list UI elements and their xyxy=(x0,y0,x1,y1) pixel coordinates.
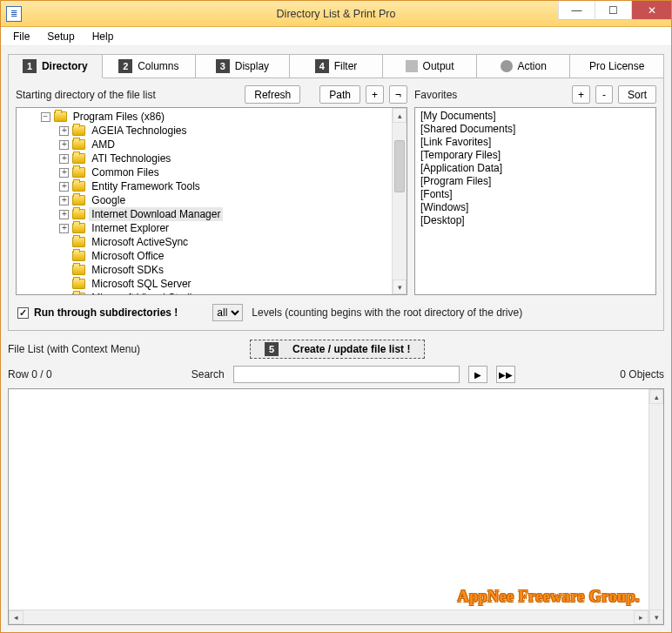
tree-node[interactable]: +Google xyxy=(22,193,392,207)
search-fast-button[interactable]: ▶▶ xyxy=(496,366,515,383)
filelist-heading: File List (with Context Menu) xyxy=(8,343,140,355)
scroll-up-icon[interactable]: ▴ xyxy=(393,108,407,123)
expand-icon[interactable]: + xyxy=(59,168,69,178)
favorite-item[interactable]: [My Documents] xyxy=(420,110,650,123)
expand-icon[interactable]: + xyxy=(59,126,69,136)
tree-node[interactable]: +ATI Technologies xyxy=(22,152,392,165)
tab-label: Filter xyxy=(334,60,358,72)
expand-icon[interactable]: + xyxy=(59,210,69,219)
favorite-item[interactable]: [Fonts] xyxy=(420,188,650,201)
expand-icon[interactable]: + xyxy=(59,196,69,205)
fav-remove-button[interactable]: - xyxy=(595,85,613,104)
menu-file[interactable]: File xyxy=(4,29,38,44)
folder-icon xyxy=(72,167,85,178)
tab-label: Action xyxy=(518,60,547,72)
tab-number-icon: 3 xyxy=(216,59,230,73)
watermark: AppNee Freeware Group. xyxy=(458,588,640,606)
tree-scrollbar[interactable]: ▴ ▾ xyxy=(392,108,407,294)
path-neg-button[interactable]: ¬ xyxy=(389,85,407,104)
run-subdirs-checkbox[interactable]: ✓ Run through subdirectories ! xyxy=(17,306,178,319)
scroll-left-icon[interactable]: ◂ xyxy=(9,610,24,624)
tab-output[interactable]: Output xyxy=(383,54,477,78)
fav-sort-button[interactable]: Sort xyxy=(618,85,656,104)
folder-icon xyxy=(72,251,85,261)
path-add-button[interactable]: + xyxy=(366,85,384,104)
tab-number-icon: 2 xyxy=(118,59,132,73)
menu-setup[interactable]: Setup xyxy=(38,29,83,44)
maximize-button[interactable]: ☐ xyxy=(595,1,631,20)
levels-select[interactable]: all xyxy=(212,304,243,321)
tree-node[interactable]: +Entity Framework Tools xyxy=(22,179,392,193)
tree-node-label: Internet Explorer xyxy=(89,221,171,235)
menu-help[interactable]: Help xyxy=(84,29,123,44)
favorite-item[interactable]: [Application Data] xyxy=(420,162,650,175)
expand-icon[interactable]: + xyxy=(59,140,69,150)
tree-node[interactable]: Microsoft ActiveSync xyxy=(22,235,392,249)
close-button[interactable]: ✕ xyxy=(631,1,671,20)
folder-icon xyxy=(72,209,85,219)
scroll-down-icon[interactable]: ▾ xyxy=(393,279,407,294)
favorite-item[interactable]: [Windows] xyxy=(420,201,650,214)
titlebar: ≣ Directory List & Print Pro — ☐ ✕ xyxy=(1,1,671,27)
scroll-thumb[interactable] xyxy=(394,140,405,192)
favorites-list[interactable]: [My Documents][Shared Documents][Link Fa… xyxy=(414,107,656,295)
fav-add-button[interactable]: + xyxy=(572,85,590,104)
tree-node-label: Microsoft ActiveSync xyxy=(89,235,191,249)
refresh-button[interactable]: Refresh xyxy=(245,85,300,104)
hscrollbar[interactable]: ◂ ▸ xyxy=(9,609,648,624)
tree-node[interactable]: Microsoft Visual Studio xyxy=(22,291,392,294)
folder-icon xyxy=(72,153,85,164)
tab-display[interactable]: 3 Display xyxy=(196,54,290,78)
tab-pro-license[interactable]: Pro License xyxy=(570,54,664,78)
tree-node-label: Common Files xyxy=(89,165,161,179)
folder-icon xyxy=(72,279,85,289)
scroll-down-icon[interactable]: ▾ xyxy=(649,609,663,624)
favorite-item[interactable]: [Program Files] xyxy=(420,175,650,188)
step-number-icon: 5 xyxy=(265,342,279,356)
favorite-item[interactable]: [Shared Documents] xyxy=(420,123,650,136)
row-counter: Row 0 / 0 xyxy=(8,368,52,380)
tab-number-icon: 1 xyxy=(23,59,37,73)
start-dir-label: Starting directory of the file list xyxy=(16,89,156,101)
expand-icon[interactable]: + xyxy=(59,154,69,164)
vscrollbar[interactable]: ▴ ▾ xyxy=(648,389,663,624)
search-input[interactable] xyxy=(233,366,460,383)
tab-label: Pro License xyxy=(589,60,644,72)
tab-filter[interactable]: 4 Filter xyxy=(290,54,384,78)
tab-action[interactable]: Action xyxy=(477,54,571,78)
scroll-right-icon[interactable]: ▸ xyxy=(634,610,648,624)
tree-node-label: Microsoft SQL Server xyxy=(89,277,193,291)
check-icon: ✓ xyxy=(17,307,29,319)
expand-icon[interactable]: + xyxy=(59,182,69,192)
tab-columns[interactable]: 2 Columns xyxy=(103,54,197,78)
expand-icon[interactable]: + xyxy=(59,224,69,233)
tree-node[interactable]: +Common Files xyxy=(22,165,392,179)
tree-root[interactable]: −Program Files (x86) xyxy=(22,110,392,124)
create-filelist-button[interactable]: 5 Create / update file list ! xyxy=(250,340,425,359)
tree-node[interactable]: Microsoft SQL Server xyxy=(22,277,392,291)
path-button[interactable]: Path xyxy=(319,85,360,104)
levels-hint: Levels (counting begins with the root di… xyxy=(252,306,522,319)
file-list-area[interactable]: AppNee Freeware Group. ◂ ▸ ▴ ▾ xyxy=(8,388,664,625)
tree-node[interactable]: +Internet Download Manager xyxy=(22,207,392,221)
tree-node[interactable]: +AGEIA Technologies xyxy=(22,124,392,138)
tab-number-icon: 4 xyxy=(315,59,329,73)
folder-icon xyxy=(72,293,85,294)
tree-node-label: Entity Framework Tools xyxy=(89,179,202,193)
favorite-item[interactable]: [Temporary Files] xyxy=(420,149,650,162)
collapse-icon[interactable]: − xyxy=(41,112,50,122)
tree-node[interactable]: +Internet Explorer xyxy=(22,221,392,235)
create-filelist-label: Create / update file list ! xyxy=(292,343,410,355)
tab-directory[interactable]: 1 Directory xyxy=(8,54,103,78)
directory-tree[interactable]: −Program Files (x86) +AGEIA Technologies… xyxy=(16,107,407,295)
search-label: Search xyxy=(192,368,225,380)
tree-node[interactable]: Microsoft Office xyxy=(22,249,392,263)
favorite-item[interactable]: [Link Favorites] xyxy=(420,136,650,149)
tree-node[interactable]: Microsoft SDKs xyxy=(22,263,392,277)
search-next-button[interactable]: ▶ xyxy=(468,366,487,383)
favorite-item[interactable]: [Desktop] xyxy=(420,214,650,227)
tree-node[interactable]: +AMD xyxy=(22,138,392,152)
minimize-button[interactable]: — xyxy=(558,1,595,20)
scroll-up-icon[interactable]: ▴ xyxy=(649,389,663,404)
tab-strip: 1 Directory 2 Columns 3 Display 4 Filter… xyxy=(8,53,664,77)
